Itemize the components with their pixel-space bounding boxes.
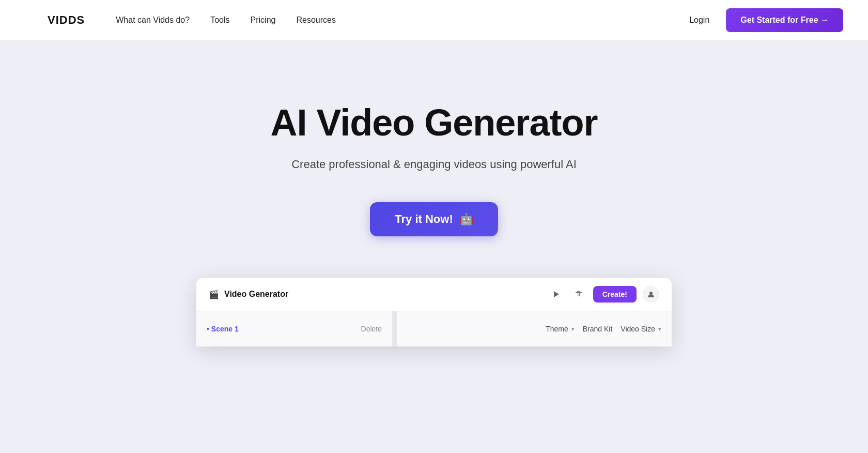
play-icon[interactable] — [548, 286, 564, 303]
app-preview-title: 🎬 Video Generator — [209, 290, 288, 299]
navbar-left: 🤖 VIDDS What can Vidds do? Tools Pricing… — [25, 11, 336, 29]
theme-chevron-icon: ▾ — [571, 326, 575, 333]
robot-icon: 🤖 — [459, 213, 473, 226]
theme-toolbar-item[interactable]: Theme ▾ — [546, 325, 575, 333]
brand-kit-toolbar-item[interactable]: Brand Kit — [583, 325, 613, 333]
delete-label[interactable]: Delete — [361, 325, 382, 333]
svg-rect-0 — [25, 11, 43, 29]
app-preview-actions: Create! — [548, 286, 659, 303]
toolbar-panel: Theme ▾ Brand Kit Video Size ▾ — [397, 311, 672, 346]
theme-label: Theme — [546, 325, 568, 333]
app-preview: 🎬 Video Generator Create! — [196, 278, 672, 346]
panel-divider — [393, 311, 397, 346]
nav-pricing[interactable]: Pricing — [251, 16, 276, 25]
app-preview-title-text: Video Generator — [224, 290, 288, 299]
get-started-label: Get Started for Free → — [740, 16, 829, 25]
create-button[interactable]: Create! — [593, 286, 637, 303]
scene-label[interactable]: • Scene 1 — [207, 325, 239, 333]
scene-panel: • Scene 1 Delete — [196, 311, 393, 346]
app-preview-header: 🎬 Video Generator Create! — [196, 278, 672, 311]
hero-subtitle: Create professional & engaging videos us… — [291, 158, 577, 171]
logo-icon: 🤖 — [25, 11, 43, 29]
video-size-chevron-icon: ▾ — [658, 326, 661, 333]
hero-section: AI Video Generator Create professional &… — [0, 40, 868, 453]
nav-tools[interactable]: Tools — [210, 16, 229, 25]
nav-links: What can Vidds do? Tools Pricing Resourc… — [116, 16, 336, 25]
hero-title: AI Video Generator — [271, 102, 598, 143]
navbar-right: Login Get Started for Free → — [689, 8, 843, 32]
nav-what-can-vidds[interactable]: What can Vidds do? — [116, 16, 190, 25]
app-preview-title-icon: 🎬 — [209, 290, 219, 299]
get-started-button[interactable]: Get Started for Free → — [726, 8, 843, 32]
logo-text: VIDDS — [48, 13, 85, 27]
try-now-button[interactable]: Try it Now! 🤖 — [370, 202, 498, 236]
video-size-toolbar-item[interactable]: Video Size ▾ — [621, 325, 661, 333]
navbar: 🤖 VIDDS What can Vidds do? Tools Pricing… — [0, 0, 868, 40]
trash-icon[interactable] — [570, 286, 587, 303]
login-link[interactable]: Login — [689, 16, 709, 25]
app-preview-body: • Scene 1 Delete Theme ▾ Brand Kit Video… — [196, 311, 672, 346]
user-icon[interactable] — [643, 286, 659, 303]
nav-resources[interactable]: Resources — [296, 16, 335, 25]
brand-kit-label: Brand Kit — [583, 325, 613, 333]
video-size-label: Video Size — [621, 325, 655, 333]
svg-marker-2 — [554, 291, 559, 297]
logo[interactable]: 🤖 VIDDS — [25, 11, 85, 29]
try-now-label: Try it Now! — [395, 213, 453, 226]
